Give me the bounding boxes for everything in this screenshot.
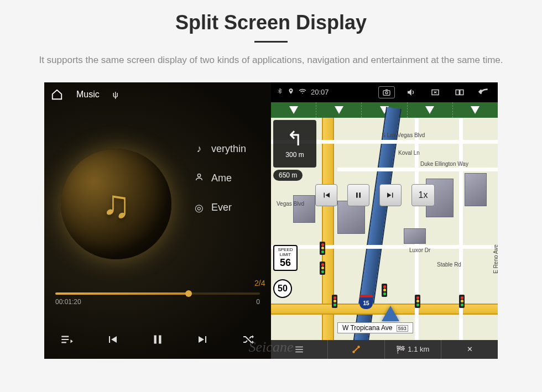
wifi-icon — [299, 87, 306, 97]
nav-eta: 1.1 km — [408, 345, 429, 353]
current-street-tag: 593 — [397, 325, 408, 332]
note-icon: ♪ — [194, 143, 205, 155]
traffic-light-icon — [320, 262, 325, 275]
route-sign: 50 — [273, 279, 292, 298]
lane-arrow — [453, 102, 498, 118]
svg-rect-2 — [159, 335, 161, 343]
artist-name: Ame — [211, 173, 232, 184]
svg-rect-1 — [154, 335, 157, 343]
traffic-light-icon — [382, 284, 387, 297]
lane-arrow — [408, 102, 453, 118]
flag-icon: 🏁 — [396, 345, 405, 354]
street-label: Luxor Dr — [409, 247, 430, 253]
sim-next-button[interactable] — [379, 184, 402, 206]
street-label: Stable Rd — [437, 262, 461, 268]
page-subtitle: It supports the same screen display of t… — [39, 54, 503, 67]
next-button[interactable] — [192, 328, 214, 351]
street-label: Vegas Blvd — [277, 201, 304, 207]
street-label: Koval Ln — [398, 150, 420, 156]
svg-rect-3 — [383, 90, 390, 95]
sim-controls: 1x — [315, 184, 435, 206]
svg-rect-8 — [356, 192, 358, 197]
nav-bottombar: 🏁 1.1 km ✕ — [271, 340, 498, 359]
album-icon: ◎ — [194, 202, 205, 214]
lane-arrow — [316, 102, 362, 118]
vehicle-position-icon — [382, 306, 399, 321]
music-topbar: Music ψ — [44, 82, 271, 107]
street-label: S Las Vegas Blvd — [382, 132, 425, 138]
bluetooth-icon — [277, 88, 283, 96]
svg-rect-9 — [359, 192, 361, 197]
music-app-label: Music — [76, 90, 100, 100]
building — [465, 173, 487, 206]
progress-handle[interactable] — [185, 290, 192, 297]
svg-rect-6 — [456, 90, 459, 95]
svg-point-0 — [197, 174, 200, 176]
album-name: Ever — [211, 202, 232, 213]
traffic-light-icon — [332, 295, 337, 308]
map-view[interactable]: S Las Vegas Blvd Koval Ln Duke Ellington… — [271, 118, 498, 340]
street-label: E Reno Ave — [493, 244, 498, 274]
player-controls — [44, 320, 271, 359]
album-art[interactable]: ♫ — [61, 149, 171, 259]
splitscreen-button[interactable] — [451, 86, 468, 98]
building — [404, 228, 426, 244]
music-panel: Music ψ ♫ ♪ verythin Ame ◎ — [44, 82, 271, 359]
progress[interactable]: 00:01:20 0 — [55, 292, 260, 306]
progress-bar[interactable] — [55, 292, 260, 295]
sim-speed-button[interactable]: 1x — [411, 184, 435, 206]
street — [271, 245, 498, 249]
progress-fill — [55, 292, 189, 295]
clock-time: 20:07 — [311, 88, 329, 96]
volume-button[interactable] — [403, 86, 419, 98]
building — [293, 195, 315, 223]
page-title: Split Screen Display — [175, 11, 367, 34]
usb-icon: ψ — [113, 90, 118, 99]
artist-icon — [194, 173, 205, 184]
traffic-light-icon — [415, 295, 420, 308]
track-meta: ♪ verythin Ame ◎ Ever — [194, 143, 246, 214]
svg-rect-11 — [295, 349, 303, 350]
street-label: Duke Ellington Way — [420, 161, 468, 167]
speed-limit-value: 56 — [274, 257, 296, 269]
svg-rect-7 — [460, 90, 463, 95]
previous-button[interactable] — [101, 328, 123, 351]
traffic-light-icon — [320, 242, 325, 255]
speed-limit-sign: SPEED LIMIT 56 — [273, 245, 298, 271]
next-turn-distance: 650 m — [273, 170, 303, 181]
lane-arrow — [271, 102, 316, 118]
pause-button[interactable] — [147, 328, 169, 351]
close-app-button[interactable] — [427, 86, 444, 98]
current-street-name: W Tropicana Ave — [342, 324, 393, 332]
back-button[interactable] — [476, 86, 492, 98]
nav-close-button[interactable]: ✕ — [441, 340, 498, 359]
interstate-shield: 15 — [359, 295, 373, 309]
title-underline — [254, 41, 288, 43]
svg-rect-12 — [295, 352, 303, 353]
system-statusbar: 20:07 — [271, 82, 498, 102]
time-elapsed: 00:01:20 — [55, 298, 81, 306]
music-note-icon: ♫ — [102, 182, 131, 226]
nav-route-button[interactable] — [328, 340, 385, 359]
home-icon[interactable] — [51, 88, 63, 101]
turn-distance: 300 m — [285, 151, 304, 159]
nav-dest-button[interactable]: 🏁 1.1 km — [385, 340, 442, 359]
turn-instruction: ↰ 300 m — [273, 120, 316, 168]
svg-point-4 — [385, 91, 388, 93]
location-icon — [288, 88, 294, 96]
track-counter: 2/4 — [254, 279, 265, 288]
turn-left-icon: ↰ — [286, 129, 303, 149]
screenshot-button[interactable] — [378, 86, 395, 98]
speed-limit-caption: SPEED LIMIT — [274, 247, 296, 257]
traffic-light-icon — [459, 295, 465, 308]
current-street: W Tropicana Ave 593 — [337, 322, 413, 333]
track-title: verythin — [211, 143, 246, 155]
svg-rect-10 — [295, 347, 303, 348]
sim-pause-button[interactable] — [347, 184, 369, 206]
nav-panel: 20:07 — [271, 82, 498, 359]
sim-prev-button[interactable] — [315, 184, 337, 206]
playlist-button[interactable] — [56, 328, 78, 351]
watermark: Seicane — [249, 339, 294, 356]
time-total: 0 — [256, 298, 260, 306]
device-screen: Music ψ ♫ ♪ verythin Ame ◎ — [44, 82, 498, 359]
